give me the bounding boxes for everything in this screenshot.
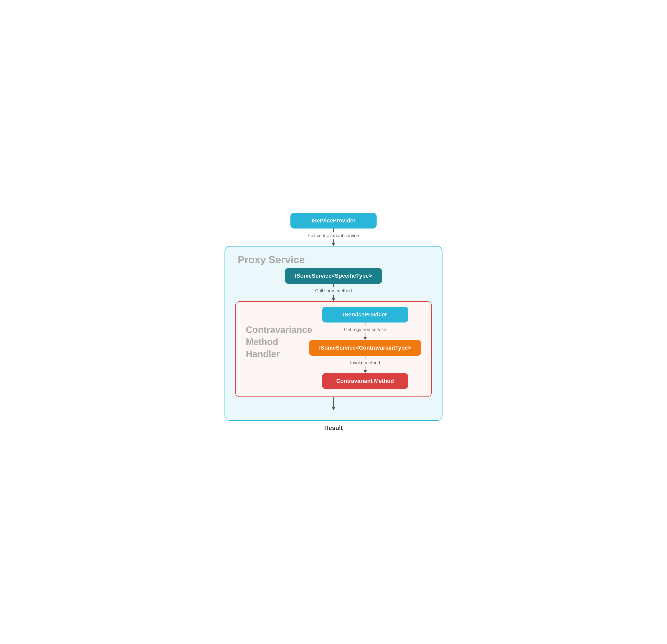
proxy-service-inner: ISomeService<SpecificType> Call some met…	[235, 268, 432, 410]
iservice-provider-top-box: IServiceProvider	[290, 213, 377, 229]
arrow5-head	[332, 407, 335, 410]
contravariant-method-box: Contravariant Method	[322, 373, 408, 389]
arrow3-wrap: Get registred service	[344, 323, 386, 340]
iservice-provider-inner-box: IServiceProvider	[322, 307, 408, 323]
result-label: Result	[324, 424, 343, 431]
cmh-label-handler: Handler	[246, 349, 304, 360]
arrow3-label: Get registred service	[344, 327, 386, 332]
cmh-label-method: Method	[246, 337, 304, 347]
arrow4-label: Invoke method	[350, 360, 380, 366]
proxy-service-box: Proxy Service ISomeService<SpecificType>…	[225, 246, 442, 421]
cmh-label-contravariance: Contravariance	[246, 325, 304, 335]
cmh-label-group: Contravariance Method Handler	[246, 307, 309, 360]
cmh-box: Contravariance Method Handler IServicePr…	[235, 301, 432, 397]
arrow2-head	[332, 298, 335, 301]
arrow5-wrap	[332, 397, 335, 410]
arrow2-wrap: Call some method	[315, 284, 352, 301]
arrow1-wrap: Get contravariant service	[308, 229, 359, 246]
arrow4-head	[363, 370, 367, 373]
diagram: IServiceProvider Get contravariant servi…	[219, 213, 448, 431]
isome-service-specific-box: ISomeService<SpecificType>	[285, 268, 382, 284]
arrow3-head	[363, 337, 367, 340]
arrow2-label: Call some method	[315, 288, 352, 294]
arrow1-label: Get contravariant service	[308, 233, 359, 238]
arrow4-wrap: Invoke method	[350, 356, 380, 373]
top-section: IServiceProvider Get contravariant servi…	[219, 213, 448, 246]
isome-service-contravariant-box: ISomeService<ContravariantType>	[309, 340, 421, 356]
cmh-content: IServiceProvider Get registred service I…	[309, 307, 421, 389]
proxy-service-label: Proxy Service	[235, 254, 305, 265]
arrow1-head	[332, 243, 335, 246]
